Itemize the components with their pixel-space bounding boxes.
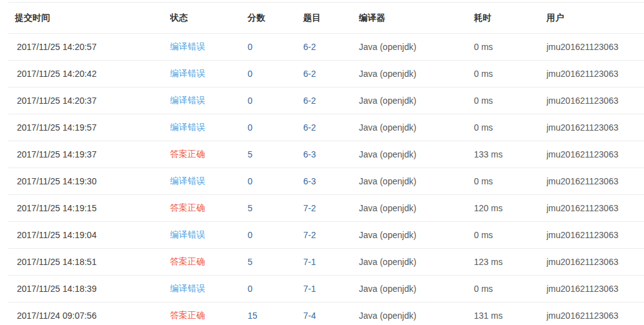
problem-link[interactable]: 7-4: [303, 311, 316, 321]
score-cell: 0: [246, 88, 301, 114]
submission-row: 2017/11/25 14:19:15 答案正确 5 7-2 Java (ope…: [8, 195, 644, 222]
table-header: 提交时间 状态 分数 题目 编译器 耗时 用户: [8, 2, 644, 34]
status-link[interactable]: 编译错误: [170, 95, 205, 105]
problem-cell: 7-1: [301, 249, 358, 276]
problem-link[interactable]: 6-3: [303, 149, 316, 159]
user-cell: jmu201621123063: [546, 195, 644, 222]
user-cell: jmu201621123063: [546, 249, 644, 276]
problem-cell: 6-3: [301, 141, 358, 168]
score-link[interactable]: 0: [248, 96, 253, 106]
problem-cell: 6-2: [301, 34, 358, 61]
score-link[interactable]: 0: [248, 284, 253, 294]
duration-cell: 0 ms: [472, 168, 546, 195]
submission-time-cell: 2017/11/25 14:20:37: [8, 88, 170, 114]
duration-cell: 0 ms: [472, 114, 546, 141]
problem-link[interactable]: 6-2: [303, 96, 316, 106]
submission-row: 2017/11/25 14:20:37 编译错误 0 6-2 Java (ope…: [8, 88, 644, 114]
problem-link[interactable]: 7-2: [303, 203, 316, 213]
submission-time-cell: 2017/11/25 14:19:30: [8, 168, 170, 195]
user-cell: jmu201621123063: [546, 222, 644, 249]
duration-cell: 0 ms: [472, 276, 546, 302]
problem-cell: 6-3: [301, 168, 358, 195]
duration-cell: 0 ms: [472, 88, 546, 114]
status-link[interactable]: 编译错误: [170, 68, 205, 78]
user-cell: jmu201621123063: [546, 302, 644, 325]
duration-cell: 0 ms: [472, 61, 546, 88]
compiler-cell: Java (openjdk): [358, 276, 472, 302]
status-link[interactable]: 答案正确: [170, 310, 205, 320]
compiler-cell: Java (openjdk): [358, 114, 472, 141]
column-header-duration: 耗时: [472, 2, 546, 34]
submission-row: 2017/11/24 09:07:56 答案正确 15 7-4 Java (op…: [8, 302, 644, 325]
user-cell: jmu201621123063: [546, 276, 644, 302]
column-header-status: 状态: [170, 2, 246, 34]
score-cell: 0: [246, 34, 301, 61]
user-cell: jmu201621123063: [546, 61, 644, 88]
score-link[interactable]: 5: [248, 203, 253, 213]
problem-cell: 6-2: [301, 114, 358, 141]
score-link[interactable]: 0: [248, 42, 253, 52]
score-link[interactable]: 0: [248, 122, 253, 132]
problem-link[interactable]: 6-2: [303, 42, 316, 52]
submission-row: 2017/11/25 14:19:37 答案正确 5 6-3 Java (ope…: [8, 141, 644, 168]
status-link[interactable]: 答案正确: [170, 202, 205, 212]
submission-time-cell: 2017/11/25 14:20:42: [8, 61, 170, 88]
score-cell: 0: [246, 222, 301, 249]
problem-link[interactable]: 6-2: [303, 69, 316, 79]
user-cell: jmu201621123063: [546, 88, 644, 114]
compiler-cell: Java (openjdk): [358, 88, 472, 114]
duration-cell: 0 ms: [472, 222, 546, 249]
compiler-cell: Java (openjdk): [358, 168, 472, 195]
status-link[interactable]: 答案正确: [170, 256, 205, 266]
problem-cell: 6-2: [301, 61, 358, 88]
duration-cell: 123 ms: [472, 249, 546, 276]
problem-cell: 7-2: [301, 195, 358, 222]
user-cell: jmu201621123063: [546, 114, 644, 141]
problem-cell: 7-1: [301, 276, 358, 302]
score-cell: 15: [246, 302, 301, 325]
column-header-compiler: 编译器: [358, 2, 472, 34]
submission-time-cell: 2017/11/25 14:19:04: [8, 222, 170, 249]
submission-time-cell: 2017/11/25 14:18:39: [8, 276, 170, 302]
score-cell: 0: [246, 276, 301, 302]
column-header-score: 分数: [246, 2, 301, 34]
submission-time-cell: 2017/11/25 14:19:37: [8, 141, 170, 168]
score-link[interactable]: 0: [248, 230, 253, 240]
score-link[interactable]: 5: [248, 149, 253, 159]
status-cell: 编译错误: [170, 88, 246, 114]
compiler-cell: Java (openjdk): [358, 195, 472, 222]
submission-time-cell: 2017/11/24 09:07:56: [8, 302, 170, 325]
score-link[interactable]: 0: [248, 69, 253, 79]
problem-link[interactable]: 6-3: [303, 176, 316, 186]
problem-link[interactable]: 7-2: [303, 230, 316, 240]
compiler-cell: Java (openjdk): [358, 61, 472, 88]
duration-cell: 0 ms: [472, 34, 546, 61]
column-header-user: 用户: [546, 2, 644, 34]
score-cell: 5: [246, 195, 301, 222]
status-link[interactable]: 编译错误: [170, 229, 205, 239]
score-link[interactable]: 0: [248, 176, 253, 186]
status-link[interactable]: 编译错误: [170, 176, 205, 186]
problem-link[interactable]: 7-1: [303, 257, 316, 267]
submission-time-cell: 2017/11/25 14:18:51: [8, 249, 170, 276]
submissions-table-wrap: 提交时间 状态 分数 题目 编译器 耗时 用户 2017/11/25 14:20…: [8, 0, 644, 325]
status-link[interactable]: 编译错误: [170, 122, 205, 132]
status-link[interactable]: 答案正确: [170, 149, 205, 159]
submissions-table: 提交时间 状态 分数 题目 编译器 耗时 用户 2017/11/25 14:20…: [8, 2, 644, 325]
status-cell: 编译错误: [170, 61, 246, 88]
score-link[interactable]: 15: [248, 311, 258, 321]
compiler-cell: Java (openjdk): [358, 34, 472, 61]
status-link[interactable]: 编译错误: [170, 283, 205, 293]
table-header-row: 提交时间 状态 分数 题目 编译器 耗时 用户: [8, 2, 644, 34]
status-cell: 答案正确: [170, 141, 246, 168]
submission-row: 2017/11/25 14:18:39 编译错误 0 7-1 Java (ope…: [8, 276, 644, 302]
duration-cell: 131 ms: [472, 302, 546, 325]
submission-row: 2017/11/25 14:19:57 编译错误 0 6-2 Java (ope…: [8, 114, 644, 141]
status-cell: 编译错误: [170, 276, 246, 302]
status-link[interactable]: 编译错误: [170, 41, 205, 51]
problem-link[interactable]: 7-1: [303, 284, 316, 294]
score-link[interactable]: 5: [248, 257, 253, 267]
status-cell: 答案正确: [170, 249, 246, 276]
submission-time-cell: 2017/11/25 14:19:57: [8, 114, 170, 141]
problem-link[interactable]: 6-2: [303, 122, 316, 132]
